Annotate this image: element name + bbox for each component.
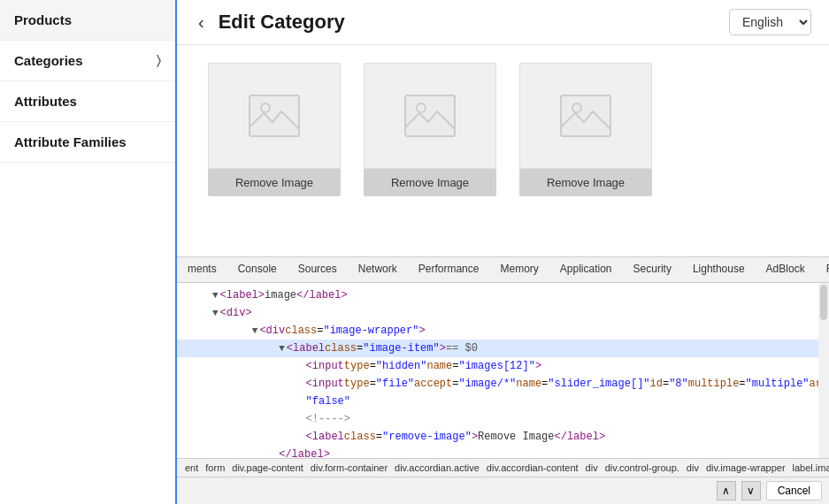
breadcrumb-accordian-active[interactable]: div.accordian.active [392,462,482,474]
remove-image-button-1[interactable]: Remove Image [208,169,341,196]
page-header: ‹ Edit Category English French Spanish [177,0,829,45]
devtools-scrollbar[interactable] [818,283,829,458]
code-line-6: <input type="file" accept="image/*" name… [177,375,829,393]
gallery-area: Remove Image Remove Image [177,45,829,256]
devtools-tab-security[interactable]: Security [623,257,682,282]
code-line-7: "false" [177,393,829,410]
devtools-tab-memory[interactable]: Memory [489,257,549,282]
code-line-1: ▼ <label>image</label> [177,286,829,304]
devtools-tab-redux[interactable]: Redux [816,257,829,282]
back-button[interactable]: ‹ [195,12,208,33]
sidebar-item-categories-label: Categories [14,53,83,68]
expand-arrow-4[interactable]: ▼ [279,340,285,356]
image-placeholder-2 [364,63,496,169]
image-placeholder-1 [208,63,341,169]
placeholder-image-icon-1 [248,94,301,138]
breadcrumb-form[interactable]: form [203,462,227,474]
expand-arrow-1[interactable]: ▼ [212,287,219,303]
remove-image-button-2[interactable]: Remove Image [364,169,496,196]
devtools-panel: ments Console Sources Network Performanc… [177,256,829,504]
image-card-1: Remove Image [203,63,345,239]
placeholder-image-icon-3 [559,94,612,138]
code-line-2: ▼ <div> [177,304,829,322]
devtools-breadcrumb: ent form div.page-content div.form-conta… [177,458,829,477]
svg-rect-0 [249,95,299,136]
breadcrumb-form-container[interactable]: div.form-container [308,462,390,474]
breadcrumb-page-content[interactable]: div.page-content [229,462,306,474]
sidebar-item-products[interactable]: Products [0,0,175,41]
sidebar-item-attributes[interactable]: Attributes [0,81,175,122]
breadcrumb-div2[interactable]: div [684,462,702,474]
breadcrumb-accordian-content[interactable]: div.accordian-content [484,462,581,474]
image-card-3: Remove Image [515,63,656,239]
sidebar: Products Categories 〉 Attributes Attribu… [0,0,177,504]
code-line-4: ▼ <label class="image-item"> == $0 [177,340,829,357]
devtools-code-area: ▼ <label>image</label> ▼ <div> ▼ <div cl… [177,283,829,458]
language-select[interactable]: English French Spanish [729,9,811,35]
breadcrumb-image-item[interactable]: label.image-item [790,462,829,474]
devtools-tab-lighthouse[interactable]: Lighthouse [682,257,756,282]
expand-arrow-2[interactable]: ▼ [212,305,219,321]
app-layout: Products Categories 〉 Attributes Attribu… [0,0,829,504]
page-title: Edit Category [219,11,718,34]
devtools-tab-console[interactable]: Console [227,257,288,282]
nav-up-button[interactable]: ∧ [717,481,736,500]
main-content: ‹ Edit Category English French Spanish R… [177,0,829,504]
placeholder-image-icon-2 [403,94,457,138]
devtools-tab-network[interactable]: Network [348,257,408,282]
breadcrumb-image-wrapper[interactable]: div.image-wrapper [703,462,788,474]
code-line-9: <label class="remove-image">Remove Image… [177,428,829,446]
code-line-8: <!----> [177,410,829,428]
remove-image-button-3[interactable]: Remove Image [519,169,652,196]
breadcrumb-control-group[interactable]: div.control-group. [603,462,682,474]
devtools-tab-application[interactable]: Application [549,257,623,282]
sidebar-item-categories[interactable]: Categories 〉 [0,41,175,81]
image-placeholder-3 [519,63,652,169]
sidebar-item-products-label: Products [14,12,72,27]
svg-rect-4 [561,95,610,136]
devtools-tabs: ments Console Sources Network Performanc… [177,257,829,283]
chevron-right-icon: 〉 [157,53,161,68]
breadcrumb-div[interactable]: div [583,462,601,474]
devtools-tab-sources[interactable]: Sources [288,257,348,282]
devtools-tab-adblock[interactable]: AdBlock [756,257,816,282]
code-line-10: </label> [177,446,829,458]
sidebar-item-attribute-families[interactable]: Attribute Families [0,122,175,163]
sidebar-item-attributes-label: Attributes [14,94,77,109]
nav-down-button[interactable]: ∨ [741,481,761,500]
image-card-2: Remove Image [359,63,501,239]
breadcrumb-ent[interactable]: ent [182,462,201,474]
scrollbar-thumb [820,285,827,320]
code-line-3: ▼ <div class="image-wrapper"> [177,322,829,340]
expand-arrow-3[interactable]: ▼ [252,323,258,339]
code-line-5: <input type="hidden" name="images[12]"> [177,357,829,375]
devtools-bottom-bar: ∧ ∨ Cancel [177,477,829,504]
svg-rect-2 [405,95,455,136]
sidebar-item-attribute-families-label: Attribute Families [14,134,127,149]
cancel-button[interactable]: Cancel [766,481,822,500]
devtools-tab-performance[interactable]: Performance [408,257,490,282]
devtools-tab-elements[interactable]: ments [177,257,227,282]
